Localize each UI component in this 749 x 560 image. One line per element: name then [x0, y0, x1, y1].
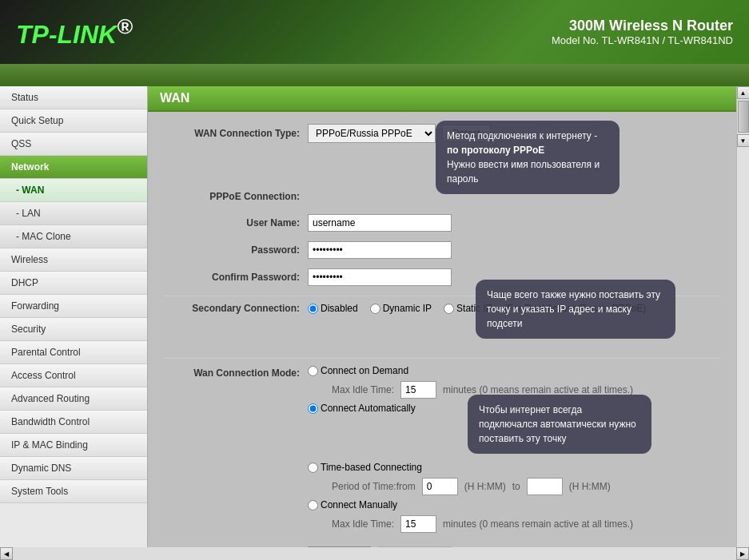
time-based-options: Period of Time:from (H H:MM) to (H H:MM) — [332, 478, 720, 495]
wan-type-select[interactable]: PPPoE/Russia PPPoE — [308, 124, 436, 143]
radio-dynamic-ip-label: Dynamic IP — [383, 303, 432, 314]
password-label: Password: — [164, 244, 308, 256]
sidebar-item-wan[interactable]: - WAN — [0, 179, 147, 202]
sidebar-item-parental-control[interactable]: Parental Control — [0, 341, 147, 364]
password-control — [308, 241, 452, 259]
scroll-thumb[interactable] — [738, 101, 749, 133]
hhmm-label-2: (H H:MM) — [569, 481, 611, 492]
max-idle-label-2: Max Idle Time: — [332, 518, 394, 530]
sidebar-item-status[interactable]: Status — [0, 86, 147, 109]
period-label: Period of Time:from — [332, 481, 416, 492]
connect-on-demand-item[interactable]: Connect on Demand — [308, 365, 408, 376]
nav-bar — [0, 64, 749, 86]
radio-dynamic-ip-item[interactable]: Dynamic IP — [370, 303, 432, 314]
sidebar-item-access-control[interactable]: Access Control — [0, 364, 147, 387]
sidebar-item-network[interactable]: Network — [0, 156, 147, 179]
connect-manually-label: Connect Manually — [321, 499, 397, 510]
max-idle-note-2: minutes (0 means remain active at all ti… — [443, 518, 633, 530]
connect-manually-options: Max Idle Time: minutes (0 means remain a… — [332, 515, 720, 533]
product-title: 300M Wireless N Router — [552, 18, 733, 34]
scroll-right-button[interactable]: ▶ — [736, 547, 749, 560]
tooltip-auto-connect: Чтобы интернет всегда подключался автома… — [468, 395, 651, 454]
scroll-left-button[interactable]: ◀ — [0, 547, 13, 560]
connect-automatically-label: Connect Automatically — [321, 403, 416, 414]
sidebar: Status Quick Setup QSS Network - WAN - L… — [0, 86, 148, 547]
inner-wrapper: Status Quick Setup QSS Network - WAN - L… — [0, 86, 749, 547]
connect-on-demand-label: Connect on Demand — [321, 365, 408, 376]
sidebar-item-wireless[interactable]: Wireless — [0, 248, 147, 272]
sidebar-item-quick-setup[interactable]: Quick Setup — [0, 109, 147, 133]
vertical-scrollbar[interactable]: ▲ ▼ — [736, 86, 749, 547]
logo-reg: ® — [117, 14, 133, 38]
confirm-password-input[interactable] — [308, 268, 452, 286]
secondary-label: Secondary Connection: — [164, 303, 308, 314]
wan-type-label: WAN Connection Type: — [164, 128, 308, 139]
connect-manually-input[interactable] — [308, 500, 318, 510]
hhmm-label-1: (H H:MM) — [464, 481, 506, 492]
time-based-input[interactable] — [308, 463, 318, 473]
radio-disabled-item[interactable]: Disabled — [308, 303, 358, 314]
sidebar-item-advanced-routing[interactable]: Advanced Routing — [0, 387, 147, 411]
password-row: Password: — [164, 241, 720, 259]
sidebar-item-security[interactable]: Security — [0, 318, 147, 341]
username-input[interactable] — [308, 214, 452, 232]
horizontal-scrollbar[interactable]: ◀ ▶ — [0, 547, 749, 560]
tooltip-pppoe: Метод подключения к интернету - по прото… — [436, 121, 620, 194]
time-based-row: Time-based Connecting — [308, 462, 720, 473]
content-header: WAN — [148, 86, 736, 112]
h-scroll-track — [13, 547, 736, 560]
sidebar-item-dynamic-dns[interactable]: Dynamic DNS — [0, 457, 147, 480]
connect-automatically-item[interactable]: Connect Automatically — [308, 403, 416, 414]
header-model-info: 300M Wireless N Router Model No. TL-WR84… — [552, 18, 733, 46]
model-number: Model No. TL-WR841N / TL-WR841ND — [552, 34, 733, 46]
logo: TP-LINK® — [16, 14, 133, 50]
to-label: to — [512, 481, 520, 492]
wan-mode-options: Connect on Demand Max Idle Time: minutes… — [308, 365, 720, 537]
max-idle-input-1[interactable] — [400, 381, 436, 399]
sidebar-item-dhcp[interactable]: DHCP — [0, 272, 147, 295]
sidebar-item-lan[interactable]: - LAN — [0, 202, 147, 225]
radio-static-ip-input[interactable] — [444, 304, 454, 314]
logo-text: TP-LINK — [16, 20, 117, 49]
connect-manually-row: Connect Manually — [308, 499, 720, 510]
tooltip-secondary: Чаще всего также нужно поставить эту точ… — [476, 280, 675, 339]
content-with-scroll: WAN WAN Connection Type: PPPoE/Russia PP… — [148, 86, 749, 547]
sidebar-item-mac-clone[interactable]: - MAC Clone — [0, 225, 147, 248]
max-idle-label-1: Max Idle Time: — [332, 384, 394, 395]
confirm-password-control — [308, 268, 452, 286]
sidebar-item-qss[interactable]: QSS — [0, 133, 147, 156]
radio-disabled-label: Disabled — [321, 303, 358, 314]
scroll-down-button[interactable]: ▼ — [737, 134, 750, 147]
connect-on-demand-row: Connect on Demand — [308, 365, 720, 376]
period-to-input[interactable] — [527, 478, 563, 495]
confirm-password-label: Confirm Password: — [164, 272, 308, 283]
header: TP-LINK® 300M Wireless N Router Model No… — [0, 0, 749, 64]
max-idle-input-2[interactable] — [400, 515, 436, 533]
max-idle-note-1: minutes (0 means remain active at all ti… — [443, 384, 633, 395]
pppoe-label: PPPoE Connection: — [164, 191, 308, 202]
username-control — [308, 214, 452, 232]
time-based-item[interactable]: Time-based Connecting — [308, 462, 422, 473]
period-from-input[interactable] — [422, 478, 458, 495]
sidebar-item-ip-mac-binding[interactable]: IP & MAC Binding — [0, 434, 147, 457]
username-label: User Name: — [164, 217, 308, 228]
radio-disabled-input[interactable] — [308, 304, 318, 314]
connect-manually-item[interactable]: Connect Manually — [308, 499, 397, 510]
time-based-label: Time-based Connecting — [321, 462, 422, 473]
sidebar-item-system-tools[interactable]: System Tools — [0, 480, 147, 503]
sidebar-item-bandwidth-control[interactable]: Bandwidth Control — [0, 411, 147, 434]
sidebar-item-forwarding[interactable]: Forwarding — [0, 295, 147, 318]
content-scroll[interactable]: WAN WAN Connection Type: PPPoE/Russia PP… — [148, 86, 736, 547]
page-title: WAN — [160, 91, 189, 105]
wan-mode-row: Wan Connection Mode: Connect on Demand — [164, 365, 720, 537]
main-wrapper: Status Quick Setup QSS Network - WAN - L… — [0, 86, 749, 560]
connect-automatically-input[interactable] — [308, 403, 318, 414]
content-body: WAN Connection Type: PPPoE/Russia PPPoE … — [148, 112, 736, 547]
username-row: User Name: — [164, 214, 720, 232]
wan-mode-label: Wan Connection Mode: — [164, 365, 308, 379]
connect-on-demand-input[interactable] — [308, 366, 318, 376]
password-input[interactable] — [308, 241, 452, 259]
radio-dynamic-ip-input[interactable] — [370, 304, 380, 314]
scroll-up-button[interactable]: ▲ — [737, 86, 750, 99]
